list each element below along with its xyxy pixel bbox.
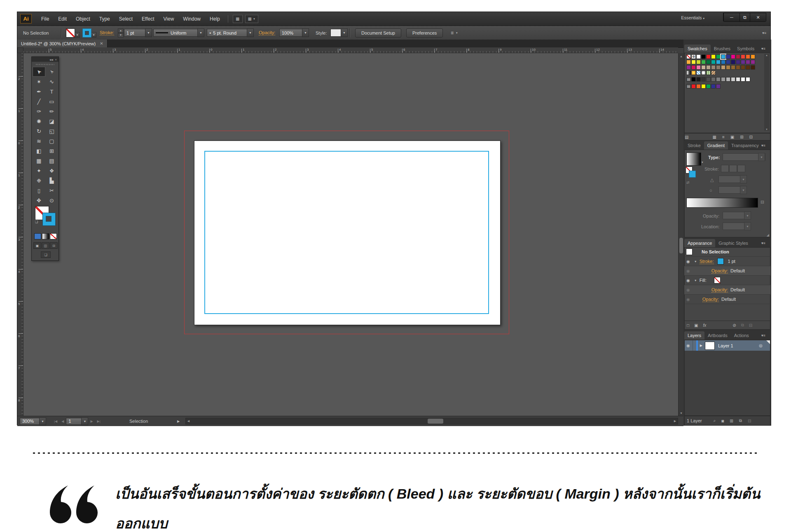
tab-stroke[interactable]: Stroke xyxy=(684,141,704,150)
swatch[interactable] xyxy=(691,65,696,70)
swatch[interactable] xyxy=(706,54,711,59)
gradient-angle-dropdown-icon[interactable]: ▼ xyxy=(740,175,747,183)
draw-inside-button[interactable]: ⊡ xyxy=(50,242,58,249)
fill-color-swatch[interactable] xyxy=(66,28,75,37)
paintbrush-tool[interactable]: ✑ xyxy=(33,106,45,116)
new-layer-icon[interactable]: ⧉ xyxy=(739,418,742,423)
menu-window[interactable]: Window xyxy=(178,16,205,22)
gradient-type-dropdown-icon[interactable]: ▼ xyxy=(758,153,765,161)
restore-button[interactable]: ⧉ xyxy=(740,13,750,21)
menu-type[interactable]: Type xyxy=(95,16,115,22)
draw-behind-button[interactable]: ◫ xyxy=(42,242,49,249)
swatch[interactable] xyxy=(691,60,696,64)
swatch[interactable] xyxy=(726,60,730,64)
layer-row[interactable]: ◉ ▶ Layer 1 ◎ xyxy=(685,340,770,351)
blob-brush-tool[interactable]: ✺ xyxy=(33,116,45,126)
gradient-aspect-dropdown-icon[interactable]: ▼ xyxy=(740,186,747,194)
swatch-options-icon[interactable]: ≡ xyxy=(722,135,725,139)
fill-color-thumb[interactable] xyxy=(714,277,721,284)
panel-drag-handle[interactable] xyxy=(36,63,54,66)
swatch[interactable] xyxy=(701,77,706,82)
minimize-button[interactable]: ─ xyxy=(723,13,740,21)
opacity-panel-link[interactable]: Opacity: xyxy=(259,30,275,35)
scale-tool[interactable]: ◱ xyxy=(45,126,58,136)
direct-selection-tool[interactable]: ➢ xyxy=(45,67,58,77)
rotate-tool[interactable]: ↻ xyxy=(33,126,45,136)
duplicate-item-icon[interactable]: ⧉ xyxy=(741,323,744,328)
perspective-grid-tool[interactable]: ⊞ xyxy=(45,146,58,156)
align-glyphs-icon[interactable]: ≡ xyxy=(451,30,454,36)
color-mode-button[interactable] xyxy=(34,233,41,239)
new-sublayer-icon[interactable]: ⊞ xyxy=(730,419,733,423)
swatch[interactable] xyxy=(746,65,750,70)
new-swatch-icon[interactable]: ⊞ xyxy=(740,135,743,139)
style-swatch[interactable] xyxy=(330,29,341,37)
menu-help[interactable]: Help xyxy=(205,16,225,22)
stroke-color-thumb[interactable] xyxy=(717,258,724,265)
tools-panel-header[interactable]: ◀◀ ✕ xyxy=(32,57,59,62)
tab-transparency[interactable]: Transparency xyxy=(728,141,762,150)
lasso-tool[interactable]: ∿ xyxy=(45,77,58,87)
swatch[interactable] xyxy=(721,60,725,64)
opacity-input[interactable]: 100% xyxy=(279,29,302,37)
swatches-panel-menu-icon[interactable]: ▾≡ xyxy=(761,47,765,51)
preferences-button[interactable]: Preferences xyxy=(406,28,443,37)
locate-object-icon[interactable]: ⌕ xyxy=(714,418,716,423)
clipping-mask-icon[interactable]: ◙ xyxy=(721,419,724,423)
menu-file[interactable]: File xyxy=(37,16,54,22)
layers-panel-menu-icon[interactable]: ▾≡ xyxy=(761,333,765,337)
new-stroke-icon[interactable]: □ xyxy=(687,323,689,328)
visibility-icon[interactable]: ◉ xyxy=(686,297,690,302)
visibility-icon[interactable]: ◉ xyxy=(686,269,690,273)
swatch[interactable] xyxy=(726,65,730,70)
workspace-switcher[interactable]: Essentials ▾ xyxy=(681,15,704,20)
new-color-group-icon[interactable]: ▣ xyxy=(730,135,734,139)
menu-object[interactable]: Object xyxy=(71,16,95,22)
swatch[interactable] xyxy=(711,54,716,59)
swatch[interactable] xyxy=(701,60,706,64)
status-expand-icon[interactable]: ▶ xyxy=(177,420,180,423)
tab-graphic-styles[interactable]: Graphic Styles xyxy=(715,239,751,247)
column-graph-tool[interactable]: ▙ xyxy=(45,176,58,185)
swatch[interactable] xyxy=(691,77,696,82)
swatch[interactable] xyxy=(716,60,721,64)
stroke-panel-link[interactable]: Stroke: xyxy=(100,30,114,35)
artboard-dropdown-icon[interactable]: ▼ xyxy=(81,417,88,425)
appearance-panel-menu-icon[interactable]: ▾≡ xyxy=(761,241,765,245)
stepper-down-icon[interactable]: ▼ xyxy=(118,33,124,37)
swatch[interactable] xyxy=(711,70,716,75)
stroke-gradient-across-button[interactable] xyxy=(737,165,745,172)
visibility-icon[interactable]: ◉ xyxy=(686,288,690,292)
symbol-sprayer-tool[interactable]: ❉ xyxy=(33,176,45,185)
tab-gradient[interactable]: Gradient xyxy=(704,141,728,150)
swatch[interactable] xyxy=(731,77,735,82)
resize-grip-icon[interactable]: ◢ xyxy=(767,233,769,237)
hand-tool[interactable]: ✥ xyxy=(33,195,45,205)
swatch[interactable] xyxy=(716,84,721,89)
add-effect-icon[interactable]: fx xyxy=(703,323,707,328)
layer-visibility-icon[interactable]: ◉ xyxy=(686,343,690,348)
document-tab[interactable]: Untitled-2* @ 300% (CMYK/Preview) ✕ xyxy=(17,40,108,47)
swatch-libraries-icon[interactable]: ▤ xyxy=(685,135,688,139)
stroke-weight-stepper[interactable]: ▲▼ xyxy=(118,28,124,37)
swatch[interactable] xyxy=(711,60,716,64)
swatch[interactable] xyxy=(706,77,711,82)
swatch[interactable] xyxy=(736,77,740,82)
swatch[interactable] xyxy=(716,54,721,59)
last-artboard-icon[interactable]: ▶| xyxy=(95,420,103,423)
artboard-tool[interactable]: ▯ xyxy=(33,185,45,195)
swatch[interactable] xyxy=(696,77,701,82)
gradient-tool[interactable]: ▤ xyxy=(45,156,58,166)
layer-expand-icon[interactable]: ▶ xyxy=(700,344,702,347)
gradient-location-dropdown-icon[interactable]: ▼ xyxy=(744,222,751,230)
swatch[interactable] xyxy=(696,84,701,89)
vertical-ruler[interactable]: 21012345678 xyxy=(17,53,23,416)
slice-tool[interactable]: ✂ xyxy=(45,185,58,195)
swatch[interactable] xyxy=(751,60,755,64)
expand-icon[interactable]: ▼ xyxy=(694,260,697,263)
scroll-up-icon[interactable]: ▲ xyxy=(764,54,769,56)
swatch[interactable] xyxy=(706,65,711,70)
horizontal-scrollbar[interactable]: ◀ ▶ xyxy=(185,418,678,424)
swatch[interactable] xyxy=(706,70,711,75)
stroke-color-swatch[interactable] xyxy=(82,28,91,37)
